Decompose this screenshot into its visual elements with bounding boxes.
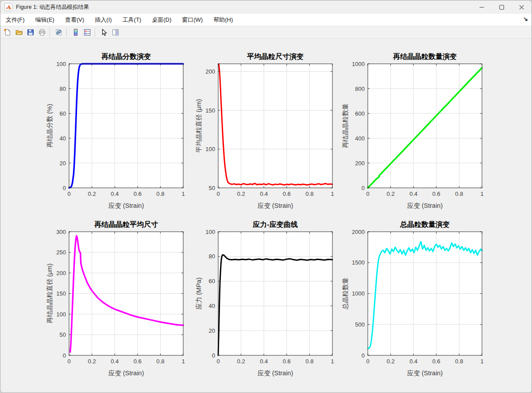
open-file-icon[interactable] (14, 27, 24, 38)
y-tick-label: 1000 (352, 61, 365, 67)
x-axis-label: 应变 (Strain) (407, 202, 443, 209)
subplot-2: 00.20.40.60.8150100150200平均晶粒尺寸演变应变 (Str… (195, 53, 334, 209)
y-tick-label: 100 (205, 229, 215, 235)
x-tick-label: 0.6 (134, 191, 142, 197)
x-tick-label: 0.6 (283, 191, 291, 197)
y-tick-label: 800 (355, 86, 365, 92)
y-tick-label: 500 (355, 321, 365, 328)
x-axis-label: 应变 (Strain) (108, 370, 144, 377)
x-tick-label: 0.4 (409, 191, 417, 197)
figure-toolbar (0, 26, 532, 39)
window-title: Figure 1: 动态再结晶模拟结果 (16, 4, 89, 11)
x-tick-label: 1 (480, 191, 483, 197)
x-tick-label: 0.4 (409, 358, 417, 365)
x-tick-label: 0.2 (237, 191, 245, 197)
y-tick-label: 100 (56, 311, 66, 318)
menu-tools[interactable]: 工具(T) (117, 14, 147, 26)
y-axis-label: 再结晶晶粒直径 (μm) (46, 264, 53, 324)
y-tick-label: 40 (209, 303, 215, 309)
x-axis-label: 应变 (Strain) (258, 370, 293, 377)
y-tick-label: 150 (205, 107, 215, 114)
insert-colorbar-icon[interactable] (70, 27, 81, 38)
x-tick-label: 0.8 (305, 191, 313, 197)
figure-canvas: 00.20.40.60.81020406080100再结晶分数演变应变 (Str… (0, 39, 532, 393)
x-axis-label: 应变 (Strain) (258, 202, 293, 209)
x-tick-label: 0 (216, 358, 220, 365)
menu-edit[interactable]: 编辑(E) (30, 14, 60, 26)
toolbar-separator (66, 28, 67, 37)
save-figure-icon[interactable] (25, 27, 36, 38)
menu-view[interactable]: 查看(V) (60, 14, 89, 26)
y-tick-label: 20 (60, 160, 66, 167)
y-tick-label: 200 (56, 270, 66, 276)
chart-title: 应力-应变曲线 (252, 220, 297, 228)
print-figure-icon[interactable] (37, 27, 47, 38)
chart-title: 再结晶晶粒平均尺寸 (94, 221, 158, 228)
subplot-3: 00.20.40.60.8102004006008001000再结晶晶粒数量演变… (342, 53, 484, 209)
x-tick-label: 0.8 (455, 191, 463, 197)
x-tick-label: 0.8 (305, 358, 313, 365)
y-tick-label: 0 (63, 352, 66, 359)
subplot-1: 00.20.40.60.81020406080100再结晶分数演变应变 (Str… (46, 53, 185, 209)
y-tick-label: 40 (60, 135, 66, 142)
plot-area (218, 64, 332, 188)
x-axis-label: 应变 (Strain) (407, 370, 443, 377)
x-tick-label: 0.8 (156, 358, 164, 365)
y-tick-label: 400 (355, 135, 365, 142)
x-tick-label: 0.2 (88, 358, 96, 365)
x-axis-label: 应变 (Strain) (108, 202, 144, 209)
y-tick-label: 0 (362, 352, 365, 359)
edit-plot-cursor-icon[interactable] (99, 27, 109, 38)
y-tick-label: 2000 (352, 229, 365, 235)
y-tick-label: 250 (56, 249, 66, 256)
x-tick-label: 0.2 (387, 358, 395, 365)
y-tick-label: 100 (205, 146, 215, 152)
x-tick-label: 0.4 (260, 358, 268, 365)
close-icon[interactable] (512, 0, 532, 14)
matlab-figure-window: Figure 1: 动态再结晶模拟结果 文件(F) 编辑(E) 查看(V) 插入… (0, 0, 532, 393)
toolbar-separator (50, 28, 50, 37)
link-plot-icon[interactable] (54, 27, 64, 38)
menu-file[interactable]: 文件(F) (0, 14, 30, 26)
x-tick-label: 0.6 (432, 191, 440, 197)
menu-insert[interactable]: 插入(I) (89, 14, 117, 26)
x-tick-label: 0.2 (237, 358, 245, 365)
y-tick-label: 50 (209, 185, 215, 191)
titlebar: Figure 1: 动态再结晶模拟结果 (0, 0, 532, 14)
plot-area (69, 64, 183, 188)
y-tick-label: 1000 (352, 290, 365, 297)
y-tick-label: 200 (355, 160, 365, 167)
y-axis-label: 平均晶粒直径 (μm) (195, 99, 202, 152)
x-tick-label: 1 (331, 191, 334, 197)
x-tick-label: 0.4 (260, 191, 268, 197)
menu-overflow-arrow-icon[interactable]: ↘ (523, 16, 528, 22)
chart-title: 再结晶分数演变 (101, 53, 151, 61)
y-tick-label: 20 (209, 327, 215, 334)
chart-title: 再结晶晶粒数量演变 (393, 53, 457, 61)
x-tick-label: 0.6 (432, 358, 440, 365)
plot-area (218, 232, 332, 355)
x-tick-label: 0 (366, 358, 369, 365)
y-tick-label: 1500 (352, 259, 365, 266)
y-axis-label: 再结晶晶粒数量 (342, 103, 349, 148)
maximize-icon[interactable] (492, 0, 512, 14)
menu-help[interactable]: 帮助(H) (208, 14, 238, 26)
x-tick-label: 0.4 (111, 358, 119, 365)
subplot-4: 00.20.40.60.81050100150200250300再结晶晶粒平均尺… (46, 221, 185, 377)
new-figure-icon[interactable] (2, 27, 13, 38)
menu-desktop[interactable]: 桌面(D) (146, 14, 177, 26)
y-tick-label: 200 (205, 68, 215, 75)
y-axis-label: 应力 (MPa) (195, 277, 202, 310)
property-inspector-icon[interactable] (110, 27, 121, 38)
x-tick-label: 1 (331, 358, 334, 365)
y-axis-label: 总晶粒数量 (342, 277, 349, 310)
insert-legend-icon[interactable] (82, 27, 93, 38)
x-tick-label: 0.2 (88, 191, 96, 197)
x-tick-label: 1 (480, 358, 483, 365)
minimize-icon[interactable] (472, 0, 492, 14)
subplot-6: 00.20.40.60.810500100015002000总晶粒数量演变应变 … (342, 221, 484, 377)
x-tick-label: 0.8 (156, 191, 164, 197)
subplot-5: 00.20.40.60.81020406080100应力-应变曲线应变 (Str… (195, 220, 334, 377)
menu-window[interactable]: 窗口(W) (177, 14, 208, 26)
x-tick-label: 0.8 (455, 358, 463, 365)
